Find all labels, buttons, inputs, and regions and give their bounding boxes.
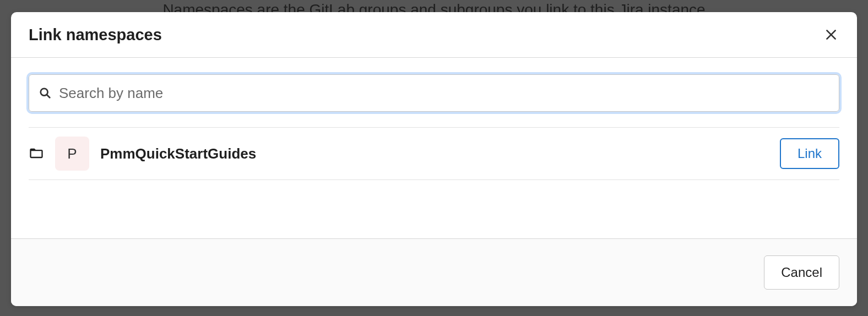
avatar: P [55,137,89,171]
namespace-name: PmmQuickStartGuides [100,145,769,162]
modal-footer: Cancel [11,238,857,306]
link-namespaces-modal: Link namespaces P PmmQuickStartGuides [11,12,857,306]
list-item: P PmmQuickStartGuides Link [29,128,839,179]
search-input[interactable] [59,85,829,102]
modal-body: P PmmQuickStartGuides Link [11,58,857,238]
modal-header: Link namespaces [11,12,857,58]
search-icon [39,87,51,99]
modal-title: Link namespaces [29,26,162,44]
link-button[interactable]: Link [780,138,839,169]
close-button[interactable] [822,25,840,44]
svg-line-3 [47,95,50,98]
divider [29,179,839,180]
close-icon [824,28,838,42]
folder-icon [29,146,44,161]
search-field-wrapper[interactable] [29,74,839,112]
cancel-button[interactable]: Cancel [764,255,839,290]
namespace-list: P PmmQuickStartGuides Link [29,127,839,180]
